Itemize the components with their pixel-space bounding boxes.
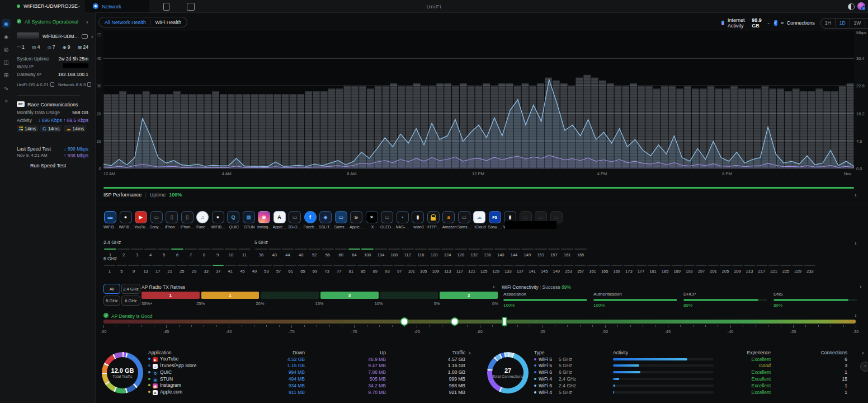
channel-97[interactable]: 97 bbox=[393, 265, 405, 274]
chevron-down-icon[interactable]: ⌄ bbox=[77, 3, 81, 8]
channels-chevron-icon[interactable]: › bbox=[855, 240, 857, 246]
channel-73[interactable]: 73 bbox=[321, 265, 333, 274]
rail-item-insights[interactable]: ∿ bbox=[2, 83, 11, 92]
connections-checkbox[interactable]: ✓ bbox=[774, 20, 777, 26]
channel-201[interactable]: 201 bbox=[707, 265, 720, 274]
rail-item-topology[interactable]: ◈ bbox=[2, 32, 11, 41]
range-1m[interactable]: 1M bbox=[865, 19, 868, 27]
chevron-down-icon[interactable]: ⌄ bbox=[767, 20, 771, 26]
col-up[interactable]: Up bbox=[305, 350, 386, 355]
channel-33[interactable]: 33 bbox=[200, 265, 213, 274]
wifi-connectivity-chevron-icon[interactable]: › bbox=[860, 284, 862, 289]
type-cell[interactable]: WiFi 66 GHz bbox=[534, 369, 613, 375]
channel-13[interactable]: 13 bbox=[140, 265, 152, 274]
channel-77[interactable]: 77 bbox=[333, 265, 345, 274]
avatar[interactable] bbox=[857, 2, 865, 10]
app-oled-tv[interactable]: ▭OLED-TV bbox=[380, 211, 395, 229]
channel-177[interactable]: 177 bbox=[635, 265, 647, 274]
col-application[interactable]: Application bbox=[148, 350, 249, 355]
channel-65[interactable]: 65 bbox=[297, 265, 309, 274]
channel-137[interactable]: 137 bbox=[514, 265, 526, 274]
app-cell-quic[interactable]: QQUIC bbox=[148, 369, 249, 376]
channel-61[interactable]: 61 bbox=[285, 265, 297, 274]
tx-retries-chevron-icon[interactable]: › bbox=[493, 284, 495, 289]
tab-wifi-health[interactable]: WiFi Health bbox=[155, 20, 181, 25]
traffic-table-chevron-icon[interactable]: › bbox=[469, 350, 471, 355]
channel-53[interactable]: 53 bbox=[261, 265, 273, 274]
app-facebook[interactable]: fFacebook bbox=[304, 211, 319, 229]
app-apple-com[interactable]: AApple.com bbox=[273, 211, 288, 229]
app-nas-vm[interactable]: ▪NAS-VM bbox=[396, 211, 411, 229]
channel-153[interactable]: 153 bbox=[563, 265, 575, 274]
app-youtube[interactable]: ▶YouTube bbox=[134, 211, 149, 229]
app-cell-stun[interactable]: ▦STUN bbox=[148, 376, 249, 382]
console-name[interactable]: WiFiBER-UDM|PROJ... bbox=[43, 34, 79, 39]
channel-149[interactable]: 149 bbox=[550, 265, 563, 274]
channel-45[interactable]: 45 bbox=[237, 265, 249, 274]
channel-89[interactable]: 89 bbox=[369, 265, 381, 274]
channel-193[interactable]: 193 bbox=[683, 265, 696, 274]
app-quic[interactable]: QQUIC bbox=[227, 211, 242, 229]
ap-marker--58[interactable] bbox=[502, 317, 507, 326]
channel-113[interactable]: 113 bbox=[442, 265, 454, 274]
channel-49[interactable]: 49 bbox=[248, 265, 261, 274]
channel-189[interactable]: 189 bbox=[671, 265, 683, 274]
app-http-protocol[interactable]: HTTP Pro... bbox=[427, 211, 442, 229]
tab-all-network-health[interactable]: All Network Health bbox=[105, 20, 146, 25]
channel-229[interactable]: 229 bbox=[792, 265, 804, 274]
filter-all[interactable]: All bbox=[103, 284, 120, 294]
channel-169[interactable]: 169 bbox=[611, 265, 623, 274]
channel-29[interactable]: 29 bbox=[188, 265, 200, 274]
type-cell[interactable]: WiFi 62.4 GHz bbox=[534, 383, 613, 388]
channel-85[interactable]: 85 bbox=[357, 265, 369, 274]
copy-icon[interactable] bbox=[87, 82, 91, 87]
app-wifiber-ap[interactable]: ▬WiFiBER-... bbox=[103, 211, 119, 229]
channel-225[interactable]: 225 bbox=[780, 265, 792, 274]
app-wifiber-device[interactable]: ●WiFiBER-... bbox=[119, 211, 134, 229]
theme-toggle-icon[interactable] bbox=[848, 3, 855, 10]
channel-101[interactable]: 101 bbox=[405, 265, 418, 274]
channel-233[interactable]: 233 bbox=[804, 265, 816, 274]
ap-density-chevron-icon[interactable]: › bbox=[855, 312, 857, 318]
app-cell-itunes-app-store[interactable]: ♫iTunes/App Store bbox=[148, 363, 249, 369]
channel-129[interactable]: 129 bbox=[490, 265, 502, 274]
channel-181[interactable]: 181 bbox=[647, 265, 659, 274]
filter-6ghz[interactable]: 6 GHz bbox=[121, 296, 140, 306]
chart-options-icon[interactable]: ◫ bbox=[97, 32, 102, 37]
range-1w[interactable]: 1W bbox=[850, 19, 865, 27]
side-panel-handle[interactable]: ‹ bbox=[860, 362, 868, 372]
channel-57[interactable]: 57 bbox=[272, 265, 285, 274]
channel-69[interactable]: 69 bbox=[309, 265, 321, 274]
panel-collapse-icon[interactable]: ‹ bbox=[91, 34, 93, 39]
col-experience[interactable]: Experience bbox=[719, 350, 771, 355]
app-cell-youtube[interactable]: ▶YouTube bbox=[148, 356, 249, 362]
type-cell[interactable]: WiFi 45 GHz bbox=[534, 390, 613, 395]
channel-41[interactable]: 41 bbox=[224, 265, 237, 274]
channel-157[interactable]: 157 bbox=[574, 265, 587, 274]
col-activity[interactable]: Activity bbox=[613, 350, 719, 355]
app-iphone-16[interactable]: ▯iPhone-16... bbox=[165, 211, 180, 229]
app-ssl-tls[interactable]: ◆SSL/TLS bbox=[319, 211, 334, 229]
app-wlan0[interactable]: ▮wlan0 bbox=[411, 211, 426, 229]
app-cell-instagram[interactable]: ◉Instagram bbox=[148, 382, 249, 388]
app-apple-tv-plus[interactable]: tvApple TV+ bbox=[350, 211, 365, 229]
app-iphone-x-2[interactable]: ▯iPhone-X-2 bbox=[181, 211, 196, 229]
app-x-app[interactable]: ×X bbox=[365, 211, 380, 229]
channel-1[interactable]: 1 bbox=[103, 265, 116, 274]
channel-165[interactable]: 165 bbox=[598, 265, 611, 274]
range-1d[interactable]: 1D bbox=[835, 19, 850, 27]
app-amazon[interactable]: aAmazon bbox=[442, 211, 457, 229]
type-cell[interactable]: WiFi 55 GHz bbox=[534, 363, 613, 368]
protect-app-icon[interactable] bbox=[163, 3, 169, 11]
channel-209[interactable]: 209 bbox=[732, 265, 744, 274]
channel-173[interactable]: 173 bbox=[623, 265, 635, 274]
channel-105[interactable]: 105 bbox=[417, 265, 430, 274]
channel-161[interactable]: 161 bbox=[587, 265, 599, 274]
channel-9[interactable]: 9 bbox=[128, 265, 140, 274]
channel-81[interactable]: 81 bbox=[345, 265, 357, 274]
col-type[interactable]: Type bbox=[534, 350, 613, 355]
channel-17[interactable]: 17 bbox=[152, 265, 164, 274]
total-usage[interactable]: 98.9 GB bbox=[752, 17, 763, 29]
connections-table-chevron-icon[interactable]: › bbox=[862, 350, 864, 355]
app-stun[interactable]: ▦STUN bbox=[242, 211, 257, 229]
